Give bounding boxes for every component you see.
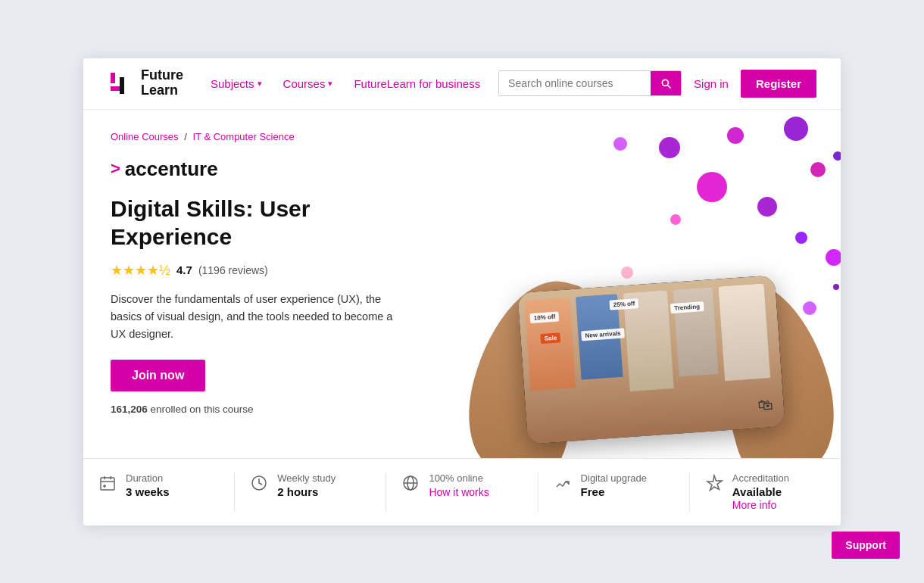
svg-rect-3	[101, 478, 114, 490]
breadcrumb-it-cs[interactable]: IT & Computer Science	[192, 131, 294, 142]
futurelearn-logo-icon	[108, 70, 135, 97]
svg-rect-0	[111, 73, 115, 83]
weekly-study-icon	[250, 474, 268, 497]
search-button[interactable]	[651, 71, 681, 95]
search-box	[498, 70, 682, 96]
phone-tag-sale: Sale	[540, 332, 560, 344]
subjects-chevron-icon: ▾	[258, 79, 262, 89]
phone-mockup: 10% off 25% off Sale New arrivals Trendi…	[517, 275, 785, 444]
phone-screen: 10% off 25% off Sale New arrivals Trendi…	[517, 275, 785, 444]
join-now-button[interactable]: Join now	[111, 360, 205, 391]
footer-weekly-text: Weekly study 2 hours	[277, 472, 336, 498]
footer-accreditation-text: Accreditation Available More info	[732, 472, 789, 512]
left-panel: Online Courses / IT & Computer Science >…	[83, 110, 462, 458]
online-icon	[401, 474, 420, 497]
footer-digital-upgrade: Digital upgrade Free	[538, 472, 690, 512]
footer-duration-text: Duration 3 weeks	[126, 472, 170, 498]
star-rating-icons: ★★★★½	[111, 262, 170, 279]
header: Future Learn Subjects ▾ Courses ▾ Future…	[83, 58, 841, 110]
accenture-chevron-icon: >	[111, 159, 120, 179]
search-input[interactable]	[499, 71, 651, 95]
breadcrumb-separator: /	[184, 131, 187, 142]
search-icon	[660, 77, 672, 89]
accreditation-icon	[705, 474, 723, 497]
course-description: Discover the fundamentals of user experi…	[111, 291, 398, 344]
accenture-logo: > accenture	[111, 157, 435, 181]
phone-tag-10off: 10% off	[529, 311, 559, 323]
courses-chevron-icon: ▾	[328, 79, 332, 89]
footer-digital-text: Digital upgrade Free	[581, 472, 647, 498]
how-it-works-link[interactable]: How it works	[429, 486, 489, 498]
register-button[interactable]: Register	[741, 70, 816, 98]
enrolled-count: 161,206	[111, 404, 148, 415]
logo[interactable]: Future Learn	[108, 68, 183, 98]
right-panel: 10% off 25% off Sale New arrivals Trendi…	[462, 110, 841, 458]
digital-upgrade-icon	[554, 474, 572, 497]
footer-online-text: 100% online How it works	[429, 472, 489, 499]
weekly-study-value: 2 hours	[277, 485, 336, 498]
breadcrumb-online-courses[interactable]: Online Courses	[111, 131, 179, 142]
rating-row: ★★★★½ 4.7 (1196 reviews)	[111, 262, 435, 279]
rating-number: 4.7	[176, 263, 192, 276]
accreditation-label: Accreditation	[732, 472, 789, 484]
footer-accreditation: Accreditation Available More info	[690, 472, 841, 512]
footer-online: 100% online How it works	[386, 472, 538, 512]
weekly-study-label: Weekly study	[277, 472, 336, 484]
enrolled-text: 161,206 enrolled on this course	[111, 404, 435, 415]
nav-courses[interactable]: Courses ▾	[283, 77, 333, 90]
course-title: Digital Skills: User Experience	[111, 195, 435, 251]
svg-rect-1	[111, 86, 121, 91]
footer-duration: Duration 3 weeks	[83, 472, 235, 512]
footer-bar: Duration 3 weeks Weekly study 2 hours	[83, 458, 841, 525]
phone-tag-trending: Trending	[670, 301, 704, 313]
hands-container: 10% off 25% off Sale New arrivals Trendi…	[492, 261, 810, 458]
digital-upgrade-value: Free	[581, 485, 647, 498]
digital-upgrade-label: Digital upgrade	[581, 472, 647, 484]
more-info-link[interactable]: More info	[732, 499, 776, 511]
page-wrapper: Future Learn Subjects ▾ Courses ▾ Future…	[83, 58, 841, 525]
svg-rect-2	[120, 77, 124, 94]
rating-reviews: (1196 reviews)	[198, 264, 268, 276]
accenture-wordmark: accenture	[125, 157, 218, 181]
main-content: Online Courses / IT & Computer Science >…	[83, 110, 841, 458]
phone-shopping-bag-icon: 🛍	[757, 395, 774, 413]
support-button[interactable]: Support	[832, 532, 900, 559]
online-label: 100% online	[429, 472, 489, 484]
header-right: Sign in Register	[498, 70, 816, 98]
nav-business[interactable]: FutureLearn for business	[354, 77, 480, 90]
accreditation-value: Available	[732, 485, 789, 498]
main-nav: Subjects ▾ Courses ▾ FutureLearn for bus…	[211, 77, 498, 90]
nav-subjects[interactable]: Subjects ▾	[211, 77, 262, 90]
duration-icon	[98, 474, 117, 497]
signin-button[interactable]: Sign in	[694, 77, 729, 90]
duration-label: Duration	[126, 472, 170, 484]
logo-text: Future Learn	[141, 68, 183, 98]
duration-value: 3 weeks	[126, 485, 170, 498]
phone-tag-25off: 25% off	[609, 298, 638, 310]
footer-weekly-study: Weekly study 2 hours	[235, 472, 386, 512]
breadcrumb: Online Courses / IT & Computer Science	[111, 131, 435, 142]
